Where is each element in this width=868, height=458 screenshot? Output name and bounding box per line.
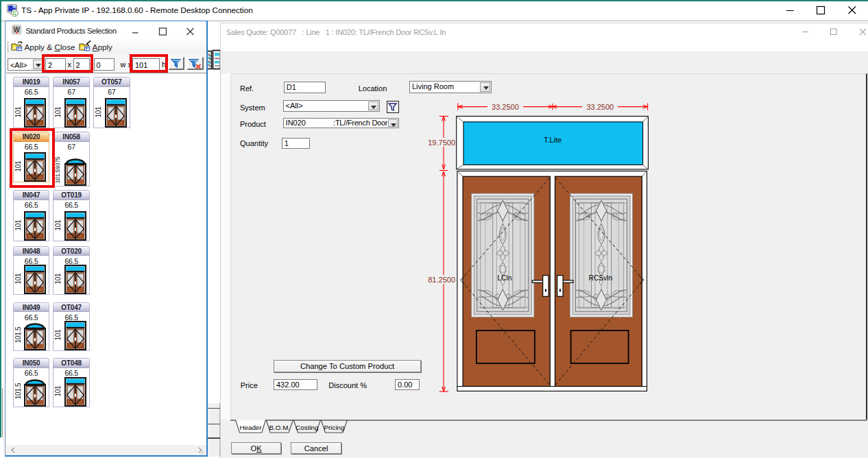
svg-text:Header: Header (239, 424, 262, 431)
svg-text:B.O.M.: B.O.M. (269, 424, 290, 431)
svg-text:Costing: Costing (296, 424, 318, 431)
svg-text:RCSvIn: RCSvIn (589, 274, 612, 282)
svg-text:33.2500: 33.2500 (492, 103, 519, 111)
svg-text:33.2500: 33.2500 (586, 103, 614, 111)
svg-text:LCIn: LCIn (497, 274, 511, 282)
svg-text:19.7500: 19.7500 (428, 138, 455, 147)
svg-text:Pricing: Pricing (324, 424, 345, 431)
svg-text:T.Lite: T.Lite (544, 136, 562, 144)
svg-text:81.2500: 81.2500 (428, 276, 455, 284)
